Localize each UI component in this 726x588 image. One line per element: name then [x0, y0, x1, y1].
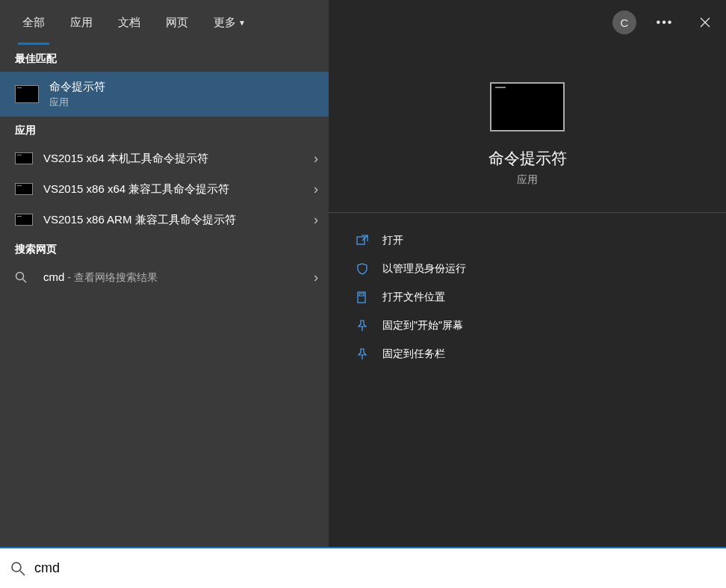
chevron-right-icon[interactable]: › [314, 270, 318, 285]
action-label: 打开文件位置 [382, 291, 445, 304]
chevron-right-icon[interactable]: › [314, 182, 318, 197]
app-result[interactable]: VS2015 x86 ARM 兼容工具命令提示符 › [0, 205, 329, 235]
svg-line-8 [20, 571, 25, 575]
preview-pane: C ••• 命令提示符 应用 打开 [329, 0, 726, 547]
filter-tabs: 全部 应用 文档 网页 更多▼ [0, 0, 329, 45]
search-input[interactable] [34, 560, 716, 576]
action-label: 固定到"开始"屏幕 [382, 319, 463, 332]
more-options-icon[interactable]: ••• [653, 10, 677, 34]
web-search-result[interactable]: cmd- 查看网络搜索结果 › [0, 262, 329, 293]
result-title: VS2015 x86 ARM 兼容工具命令提示符 [43, 212, 303, 227]
action-label: 以管理员身份运行 [382, 262, 466, 276]
preview-title: 命令提示符 [488, 148, 567, 169]
cmd-icon [15, 152, 33, 164]
preview-block: 命令提示符 应用 打开 以管理员身份运行 [329, 45, 726, 382]
best-match-result[interactable]: 命令提示符 应用 [0, 72, 329, 117]
chevron-right-icon[interactable]: › [314, 151, 318, 167]
web-suffix: - 查看网络搜索结果 [67, 271, 158, 283]
cmd-icon [15, 183, 33, 195]
header-controls: C ••• [329, 0, 726, 45]
tab-docs[interactable]: 文档 [118, 2, 140, 43]
admin-icon [356, 262, 369, 276]
app-result[interactable]: VS2015 x64 本机工具命令提示符 › [0, 143, 329, 174]
cmd-icon [15, 85, 39, 103]
svg-rect-4 [357, 237, 364, 244]
actions-list: 打开 以管理员身份运行 打开文件位置 [329, 213, 726, 382]
search-bar [0, 547, 726, 588]
search-icon [15, 271, 33, 283]
tab-more[interactable]: 更多▼ [214, 2, 246, 43]
chevron-right-icon[interactable]: › [314, 212, 318, 228]
preview-app-icon [490, 82, 565, 131]
preview-subtitle: 应用 [517, 173, 538, 187]
svg-point-7 [12, 563, 21, 572]
section-search-web: 搜索网页 [0, 235, 329, 262]
cmd-icon [15, 214, 33, 226]
user-avatar[interactable]: C [612, 10, 636, 34]
tab-apps[interactable]: 应用 [70, 2, 93, 43]
svg-point-0 [16, 273, 24, 280]
tab-all[interactable]: 全部 [22, 2, 45, 43]
action-pin-start[interactable]: 固定到"开始"屏幕 [329, 312, 726, 340]
open-icon [356, 234, 369, 247]
result-title: VS2015 x64 本机工具命令提示符 [43, 151, 303, 166]
app-result[interactable]: VS2015 x86 x64 兼容工具命令提示符 › [0, 174, 329, 205]
action-label: 固定到任务栏 [382, 347, 445, 361]
results-pane: 全部 应用 文档 网页 更多▼ 最佳匹配 命令提示符 应用 应用 VS2015 … [0, 0, 329, 547]
action-open[interactable]: 打开 [329, 226, 726, 255]
search-icon [10, 561, 25, 576]
pin-icon [356, 347, 369, 361]
result-title: VS2015 x86 x64 兼容工具命令提示符 [43, 182, 303, 196]
chevron-down-icon: ▼ [238, 19, 246, 27]
action-label: 打开 [382, 234, 403, 247]
action-open-location[interactable]: 打开文件位置 [329, 283, 726, 312]
pin-icon [356, 319, 369, 332]
svg-rect-6 [359, 294, 364, 296]
tab-web[interactable]: 网页 [166, 2, 188, 43]
action-run-admin[interactable]: 以管理员身份运行 [329, 255, 726, 283]
action-pin-taskbar[interactable]: 固定到任务栏 [329, 340, 726, 368]
result-subtitle: 应用 [49, 96, 318, 109]
svg-line-1 [23, 279, 27, 283]
section-apps: 应用 [0, 117, 329, 143]
result-title: 命令提示符 [49, 79, 318, 94]
folder-icon [356, 291, 369, 304]
web-query: cmd [43, 270, 64, 283]
section-best-match: 最佳匹配 [0, 45, 329, 72]
close-icon[interactable] [693, 10, 717, 34]
